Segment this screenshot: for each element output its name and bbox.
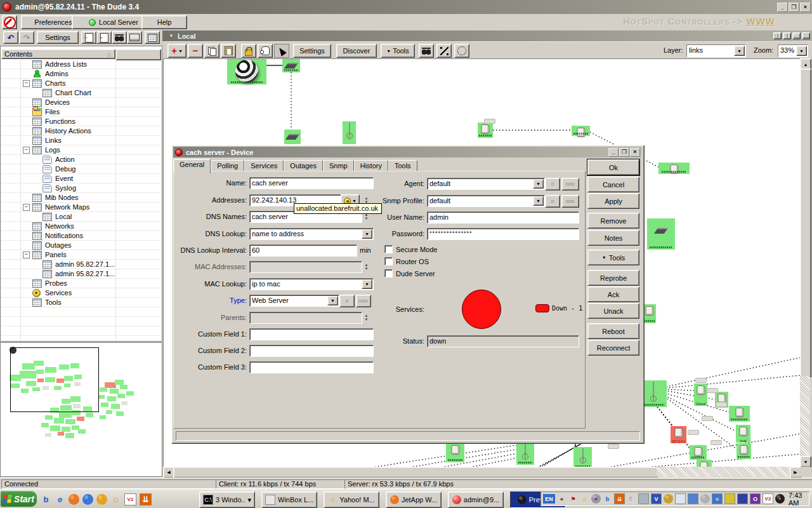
expand-toggle-icon[interactable]: − xyxy=(23,147,30,154)
crescent-icon[interactable]: ☾ xyxy=(627,494,636,504)
tree-item-networks[interactable]: Networks xyxy=(1,222,162,231)
type-edit-button[interactable]: □ xyxy=(339,295,355,307)
tree-item-probes[interactable]: Probes xyxy=(1,279,162,288)
vscroll-thumb[interactable] xyxy=(800,69,811,377)
notebook-icon[interactable] xyxy=(737,493,748,504)
brand-www-link[interactable]: WWW xyxy=(747,16,775,27)
tree-item-charts[interactable]: −Charts xyxy=(1,79,162,88)
remove-button[interactable]: Remove xyxy=(587,213,639,229)
minimize-button[interactable]: _ xyxy=(777,3,788,12)
map-node[interactable] xyxy=(284,130,301,144)
taskbar-task-yahoo-m[interactable]: ☺Yahoo! M... xyxy=(324,491,379,508)
map-hscrollbar[interactable]: ◀ ▶ xyxy=(163,467,800,477)
volume-icon[interactable] xyxy=(664,494,673,504)
password-input[interactable]: *************** xyxy=(427,228,579,240)
map-find-button[interactable] xyxy=(419,44,434,58)
tab-general[interactable]: General xyxy=(173,159,211,173)
mac-lookup-select[interactable]: ip to mac▼ xyxy=(249,278,374,290)
map-node[interactable] xyxy=(737,443,751,459)
pan-button[interactable] xyxy=(258,44,273,58)
firefox-icon[interactable] xyxy=(69,494,79,505)
smiley-icon[interactable]: ☺ xyxy=(580,494,589,504)
snmp-profile-select[interactable]: default▼ xyxy=(427,195,545,207)
defender-icon[interactable] xyxy=(724,493,735,504)
discover-tool-button[interactable] xyxy=(454,44,469,58)
tree-item-admins[interactable]: Admins xyxy=(1,69,162,79)
chevron-down-icon[interactable]: ▼ xyxy=(362,229,372,239)
cancel-button[interactable]: Cancel xyxy=(587,177,639,192)
link-tool-button[interactable] xyxy=(436,44,452,58)
tree-item-links[interactable]: Links xyxy=(1,136,162,145)
checkbox-router-os[interactable] xyxy=(384,257,393,265)
close-button[interactable]: × xyxy=(800,3,811,12)
map-node[interactable] xyxy=(647,218,675,250)
v2-icon[interactable]: V2 xyxy=(124,493,136,505)
layout-toggle-3[interactable] xyxy=(792,32,801,39)
tree-item-tools[interactable]: Tools xyxy=(1,298,162,307)
ie-icon[interactable]: e xyxy=(55,494,65,505)
minimap-panel[interactable] xyxy=(0,342,162,477)
agent-list-button[interactable]: □□□ xyxy=(561,178,579,190)
flashget-icon[interactable]: ⇊ xyxy=(140,493,152,505)
reconnect-button[interactable]: Reconnect xyxy=(587,340,639,356)
unack-button[interactable]: Unack xyxy=(587,303,639,319)
name-input[interactable]: cach server xyxy=(249,177,374,189)
checkbox-secure-mode[interactable] xyxy=(384,245,393,253)
expand-toggle-icon[interactable]: − xyxy=(23,80,30,87)
reboot-button[interactable]: Reboot xyxy=(587,323,639,339)
collapse-chevron-icon[interactable]: « xyxy=(557,494,566,504)
map-node[interactable] xyxy=(729,406,750,422)
tree-item-history-actions[interactable]: History Actions xyxy=(1,126,162,136)
map-node[interactable] xyxy=(572,126,590,136)
tree-item-notifications[interactable]: Notifications xyxy=(1,231,162,241)
custom-field-1-input[interactable] xyxy=(249,328,374,340)
tools-button[interactable]: ▼Tools xyxy=(587,250,639,265)
chevron-down-icon[interactable]: ▼ xyxy=(796,46,807,56)
map-node-local[interactable]: local xyxy=(736,425,750,443)
settings-button[interactable]: Settings xyxy=(37,31,79,44)
checkbox-dude-server[interactable] xyxy=(384,269,393,277)
v2-tray-icon[interactable]: V2 xyxy=(763,493,773,504)
taskbar-task-winbox-l[interactable]: WinBox L... xyxy=(261,491,317,508)
map-node[interactable] xyxy=(478,123,493,138)
expand-toggle-icon[interactable]: − xyxy=(23,204,30,211)
tree-item-chart-chart[interactable]: Chart Chart xyxy=(1,88,162,98)
custom-field-2-input[interactable] xyxy=(249,345,374,357)
tree-item-logs[interactable]: −Logs xyxy=(1,145,162,155)
display-icon[interactable] xyxy=(675,493,686,504)
scroll-down-button[interactable]: ▼ xyxy=(800,456,811,467)
language-indicator[interactable]: EN xyxy=(543,494,555,504)
mac-addresses-spinner[interactable]: ▲▼ xyxy=(362,261,370,272)
import-button[interactable] xyxy=(81,31,96,44)
network-icon[interactable] xyxy=(688,493,698,504)
map-settings-button[interactable]: Settings xyxy=(293,44,331,58)
snmp-list-button[interactable]: □□□ xyxy=(561,195,579,208)
start-button[interactable]: Start xyxy=(1,491,37,507)
parents-spinner[interactable]: ▲▼ xyxy=(362,312,370,323)
ok-button[interactable]: Ok xyxy=(587,159,639,175)
restore-button[interactable]: ❐ xyxy=(789,3,799,12)
messenger-icon[interactable] xyxy=(82,494,93,505)
map-tools-button[interactable]: ▼Tools xyxy=(381,44,415,58)
map-node[interactable] xyxy=(282,59,300,72)
tree-item-action[interactable]: Action xyxy=(1,155,162,164)
clock[interactable]: 7:43 AM xyxy=(789,491,805,507)
layout-toggle-2[interactable] xyxy=(783,32,791,39)
disconnect-button[interactable] xyxy=(2,15,17,29)
dialog-restore-button[interactable]: ❐ xyxy=(619,148,629,157)
bittorrent-icon[interactable]: b xyxy=(41,494,51,505)
tree-item-outages[interactable]: Outages xyxy=(1,241,162,250)
snmp-edit-button[interactable]: □ xyxy=(545,195,560,208)
map-vscrollbar[interactable]: ▲ ▼ xyxy=(800,58,811,467)
tree-item-network-maps[interactable]: −Network Maps xyxy=(1,203,162,212)
discover-button[interactable]: Discover xyxy=(336,44,377,58)
chevron-down-icon[interactable]: ▼ xyxy=(533,179,544,189)
antivirus-shield-icon[interactable]: V xyxy=(651,493,662,504)
undo-button[interactable]: ↶ xyxy=(3,31,18,44)
jukebox-icon[interactable]: O xyxy=(750,493,761,504)
user-name-input[interactable]: admin xyxy=(427,211,579,224)
tree-item-functions[interactable]: Functions xyxy=(1,117,162,126)
type-select[interactable]: Web Server▼ xyxy=(249,295,339,307)
custom-field-3-input[interactable] xyxy=(249,361,374,373)
paste-button[interactable] xyxy=(221,44,236,58)
